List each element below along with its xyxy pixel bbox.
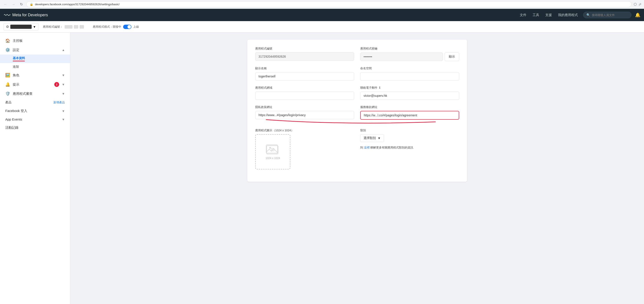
new-product-link[interactable]: 新增產品 <box>54 101 65 105</box>
lock-icon: 🔒 <box>30 3 33 6</box>
chevron-down-icon: ▼ <box>62 74 65 77</box>
namespace-input[interactable] <box>360 72 459 81</box>
sidebar-item-label: 應用程式審查 <box>13 92 59 96</box>
privacy-url-label: 隱私政策網址 <box>255 105 354 109</box>
form-row-domain-email: 應用程式網域 聯絡電子郵件 ℹ <box>255 86 459 100</box>
share-button[interactable]: ⬀ <box>638 2 641 6</box>
notifications-badge: 2 <box>54 82 59 87</box>
sidebar-item-notifications[interactable]: 🔔 提示 2 ▼ <box>0 80 70 89</box>
info-icon: ℹ <box>379 86 380 89</box>
dropdown-chevron-icon: ▼ <box>33 25 36 29</box>
svg-point-2 <box>269 147 271 149</box>
contact-email-input[interactable] <box>360 92 459 100</box>
form-group-display-name: 顯示名稱 <box>255 67 354 81</box>
sidebar-products-section: 產品 新增產品 <box>0 98 70 107</box>
app-secret-input[interactable] <box>360 53 443 61</box>
mode-label: 應用程式模式：開發中 <box>93 25 121 29</box>
chevron-down-icon: ▼ <box>62 92 65 96</box>
home-icon: 🏠 <box>5 38 10 43</box>
app-icon-upload[interactable]: 1024 x 1024 <box>255 134 290 169</box>
sidebar-item-app-events[interactable]: App Events ▼ <box>0 115 70 123</box>
sidebar-item-dashboard[interactable]: 🏠 主控板 <box>0 36 70 45</box>
nav-docs[interactable]: 文件 <box>520 13 526 17</box>
mode-section: 應用程式模式：開發中 上線 <box>93 25 139 29</box>
category-info-text: 到 <box>360 146 363 149</box>
id-block-2 <box>74 25 78 29</box>
image-size-label: 1024 x 1024 <box>266 157 280 160</box>
sidebar-item-label: 活動記錄 <box>5 126 65 130</box>
logo-text: Meta for Developers <box>12 13 48 17</box>
image-placeholder-icon <box>266 144 280 155</box>
nav-support[interactable]: 支援 <box>545 13 552 17</box>
top-nav: Meta for Developers 文件 工具 支援 我的應用程式 🔍 🔔 <box>0 9 644 21</box>
sub-header: ⚙ ████ ▼ 應用程式編號： 應用程式模式：開發中 上線 <box>0 21 644 33</box>
sidebar-item-review[interactable]: 🛡️ 應用程式審查 ▼ <box>0 89 70 98</box>
show-secret-button[interactable]: 顯示 <box>445 52 459 61</box>
form-row-name-namespace: 顯示名稱 命名空間 <box>255 67 459 81</box>
app-secret-row: 顯示 <box>360 52 459 61</box>
form-group-contact-email: 聯絡電子郵件 ℹ <box>360 86 459 100</box>
id-block-3 <box>80 25 84 29</box>
refresh-button[interactable]: ↻ <box>18 2 24 6</box>
top-nav-links: 文件 工具 支援 我的應用程式 <box>520 13 578 17</box>
mode-online-label: 上線 <box>133 25 139 29</box>
form-group-app-secret: 應用程式密鑰 顯示 <box>360 47 459 61</box>
app-secret-field-label: 應用程式密鑰 <box>360 47 459 51</box>
app-icon-label: 應用程式圖示（1024 x 1024） <box>255 128 354 132</box>
nav-tools[interactable]: 工具 <box>532 13 539 17</box>
app-id-section: 應用程式編號： <box>43 25 84 29</box>
nav-myapps[interactable]: 我的應用程式 <box>558 13 578 17</box>
form-group-app-id: 應用程式編號 <box>255 47 354 61</box>
tos-url-input[interactable] <box>360 111 459 120</box>
screen-cast-button[interactable]: ⬡ <box>634 2 637 6</box>
meta-logo: Meta for Developers <box>4 13 48 17</box>
display-name-label: 顯示名稱 <box>255 67 354 70</box>
sidebar-item-roles[interactable]: 🖼️ 角色 ▼ <box>0 71 70 80</box>
form-group-tos-url: 服務條款網址 <box>360 105 459 120</box>
gear-icon: ⚙️ <box>5 48 10 52</box>
bell-icon[interactable]: 🔔 <box>635 12 640 18</box>
form-group-privacy-url: 隱私政策網址 <box>255 105 354 120</box>
sidebar-item-label: 提示 <box>13 83 52 87</box>
privacy-url-input[interactable] <box>255 111 354 119</box>
category-info-link[interactable]: 這裡 <box>364 146 370 149</box>
browser-bar: ← → ↻ 🔒 developers.facebook.com/apps/317… <box>0 0 644 9</box>
sidebar-item-label: App Events <box>5 117 59 121</box>
forward-button[interactable]: → <box>10 3 16 6</box>
chevron-down-icon: ▼ <box>62 109 65 113</box>
advanced-label: 進階 <box>13 65 19 68</box>
sidebar-item-settings[interactable]: ⚙️ 設定 ▲ <box>0 45 70 55</box>
sidebar-sub-item-basic[interactable]: 基本資料 <box>0 55 70 63</box>
sidebar-item-activity-log[interactable]: 活動記錄 <box>0 123 70 132</box>
sidebar-item-label: Facebook 登入 <box>5 109 59 113</box>
app-selector[interactable]: ⚙ ████ ▼ <box>4 23 38 30</box>
form-group-app-icon: 應用程式圖示（1024 x 1024） 1024 x 1024 <box>255 128 354 169</box>
sidebar-item-facebook-login[interactable]: Facebook 登入 ▼ <box>0 107 70 115</box>
contact-email-label: 聯絡電子郵件 ℹ <box>360 86 459 90</box>
app-domain-input[interactable] <box>255 92 354 100</box>
content-card: 應用程式編號 應用程式密鑰 顯示 顯示名稱 命名空 <box>247 40 467 182</box>
search-icon: 🔍 <box>586 13 590 17</box>
search-input[interactable] <box>592 14 628 17</box>
products-label: 產品 <box>5 101 12 105</box>
category-select-button[interactable]: 選擇類別 ▼ <box>360 134 384 142</box>
basic-label: 基本資料 <box>13 56 25 60</box>
sidebar-item-label: 角色 <box>13 73 59 77</box>
chevron-up-icon: ▲ <box>62 48 65 52</box>
active-underline <box>13 61 25 61</box>
app-domain-label: 應用程式網域 <box>255 86 354 90</box>
shield-icon: 🛡️ <box>5 91 10 96</box>
chevron-down-icon: ▼ <box>62 118 65 121</box>
form-group-app-domain: 應用程式網域 <box>255 86 354 100</box>
sidebar-sub-item-advanced[interactable]: 進階 <box>0 63 70 71</box>
namespace-label: 命名空間 <box>360 67 459 70</box>
back-button[interactable]: ← <box>3 3 8 6</box>
mode-toggle[interactable] <box>123 25 132 29</box>
display-name-input[interactable] <box>255 72 354 81</box>
roles-icon: 🖼️ <box>5 73 10 78</box>
search-box[interactable]: 🔍 <box>583 12 632 18</box>
app-id-input[interactable] <box>255 52 354 61</box>
main-layout: 🏠 主控板 ⚙️ 設定 ▲ 基本資料 進階 🖼️ 角色 ▼ 🔔 提示 2 ▼ � <box>0 33 644 304</box>
form-row-icon-category: 應用程式圖示（1024 x 1024） 1024 x 1024 <box>255 128 459 169</box>
url-bar: 🔒 developers.facebook.com/apps/317292044… <box>26 1 632 7</box>
